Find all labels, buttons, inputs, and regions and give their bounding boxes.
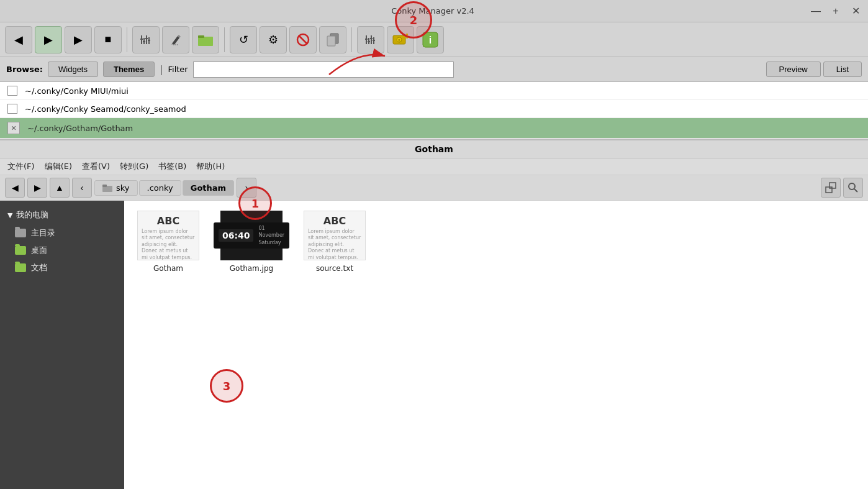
folder-icon <box>15 263 26 272</box>
separator-3 <box>351 27 352 52</box>
titlebar: Conky Manager v2.4 — + ✕ <box>0 0 868 22</box>
svg-rect-6 <box>145 38 148 39</box>
widget-path-1: ~/.conky/Conky MIUI/miui <box>25 86 129 96</box>
menu-view[interactable]: 查看(V) <box>82 161 110 172</box>
svg-rect-19 <box>371 35 372 44</box>
play-button[interactable]: ▶ <box>65 26 92 53</box>
svg-rect-11 <box>198 37 213 46</box>
filter-label: Filter <box>168 65 188 74</box>
fm-prev-crumb-button[interactable]: ‹ <box>72 178 92 198</box>
sidebar-item-desktop[interactable]: 桌面 <box>0 242 124 259</box>
svg-rect-16 <box>327 36 335 46</box>
forward-button[interactable]: ▶ <box>35 26 62 53</box>
fm-forward-button[interactable]: ▶ <box>27 178 47 198</box>
widget-checkbox-2[interactable] <box>7 104 17 114</box>
file-name: Gotham.jpg <box>230 264 273 273</box>
menu-help[interactable]: 帮助(H) <box>196 161 225 172</box>
folder-icon <box>15 246 26 255</box>
folder-button[interactable] <box>192 26 219 53</box>
separator-1 <box>127 27 127 52</box>
stop2-button[interactable] <box>289 26 317 53</box>
filemanager-sidebar: ▼ 我的电脑 主目录 桌面 文档 <box>0 201 124 489</box>
widget-checkbox-1[interactable] <box>7 86 17 96</box>
stop-button[interactable]: ■ <box>94 26 122 53</box>
widget-active-icon: ✕ <box>7 122 20 134</box>
sidebar-item-label: 桌面 <box>31 245 47 256</box>
browse-bar: Browse: Widgets Themes | Filter Preview … <box>0 57 868 82</box>
list-button[interactable]: List <box>823 62 862 77</box>
menu-edit[interactable]: 编辑(E) <box>45 161 72 172</box>
file-thumbnail: ABC Lorem ipsum dolor sit amet, consecte… <box>137 211 199 260</box>
menu-goto[interactable]: 转到(G) <box>120 161 148 172</box>
fm-search-button[interactable] <box>843 178 863 198</box>
svg-rect-28 <box>406 34 408 35</box>
thumb-title: ABC <box>323 215 346 227</box>
sidebar-item-label: 主目录 <box>31 227 55 239</box>
fm-up-button[interactable]: ▲ <box>50 178 70 198</box>
settings-button[interactable]: ⚙ <box>260 26 287 53</box>
svg-text:i: i <box>429 35 432 45</box>
breadcrumb-gotham[interactable]: Gotham <box>183 180 234 196</box>
menu-bookmarks[interactable]: 书签(B) <box>158 161 186 172</box>
pen-button[interactable] <box>162 26 189 53</box>
folder-icon <box>15 229 26 237</box>
svg-text:$: $ <box>398 39 400 43</box>
filemanager-title: Gotham <box>0 140 868 158</box>
equalizer-button[interactable] <box>132 26 160 53</box>
svg-line-37 <box>854 189 857 192</box>
list-item[interactable]: 06:40 01 November Saturday Gotham.jpg <box>217 211 286 273</box>
info-button[interactable]: i <box>417 26 444 53</box>
maximize-button[interactable]: + <box>830 5 842 17</box>
svg-point-36 <box>849 183 855 190</box>
list-item[interactable]: ABC Lorem ipsum dolor sit amet, consecte… <box>301 211 369 273</box>
copy-button[interactable] <box>319 26 346 53</box>
filemanager-menubar: 文件(F) 编辑(E) 查看(V) 转到(G) 书签(B) 帮助(H) <box>0 158 868 175</box>
themes-button[interactable]: Themes <box>103 62 155 77</box>
sidebar-item-docs[interactable]: 文档 <box>0 259 124 276</box>
date-line2: Saturday <box>258 239 284 246</box>
list-item[interactable]: ABC Lorem ipsum dolor sit amet, consecte… <box>134 211 202 273</box>
sidebar-item-home[interactable]: 主目录 <box>0 224 124 242</box>
fm-resize-button[interactable] <box>821 178 841 198</box>
svg-rect-24 <box>373 40 375 41</box>
expand-arrow-icon: ▼ <box>7 211 12 219</box>
svg-point-8 <box>173 44 174 45</box>
svg-rect-5 <box>143 41 145 42</box>
equalizer2-button[interactable] <box>357 26 384 53</box>
table-row[interactable]: ~/.conky/Conky Seamod/conky_seamod <box>0 100 868 118</box>
minimize-button[interactable]: — <box>810 5 822 17</box>
thumb-text: Lorem ipsum dolor sit amet, consectetur … <box>142 229 195 260</box>
fm-back-button[interactable]: ◀ <box>5 178 25 198</box>
app-title: Conky Manager v2.4 <box>56 6 810 16</box>
breadcrumb-sky[interactable]: sky <box>94 180 138 196</box>
breadcrumb: sky .conky Gotham <box>94 180 234 196</box>
widgets-button[interactable]: Widgets <box>48 62 98 77</box>
sidebar-section-label: 我的电脑 <box>16 209 48 221</box>
svg-rect-29 <box>406 37 408 39</box>
fm-next-crumb-button[interactable]: › <box>237 178 256 198</box>
money-button[interactable]: $ <box>387 26 414 53</box>
svg-line-14 <box>299 35 307 44</box>
file-name: source.txt <box>316 264 353 273</box>
filter-input[interactable] <box>193 62 454 78</box>
menu-file[interactable]: 文件(F) <box>7 161 35 172</box>
widget-path-2: ~/.conky/Conky Seamod/conky_seamod <box>25 104 186 114</box>
file-thumbnail: ABC Lorem ipsum dolor sit amet, consecte… <box>304 211 366 260</box>
breadcrumb-conky[interactable]: .conky <box>139 180 181 196</box>
table-row[interactable]: ✕ ~/.conky/Gotham/Gotham <box>0 118 868 139</box>
close-button[interactable]: ✕ <box>849 5 862 17</box>
clock-display: 06:40 <box>219 229 254 242</box>
svg-rect-22 <box>368 41 370 42</box>
svg-rect-7 <box>148 40 150 41</box>
preview-button[interactable]: Preview <box>766 62 821 77</box>
back-button[interactable]: ◀ <box>5 26 32 53</box>
table-row[interactable]: ~/.conky/Conky MIUI/miui <box>0 82 868 100</box>
sidebar-section-computer[interactable]: ▼ 我的电脑 <box>0 206 124 224</box>
filemanager-content: ▼ 我的电脑 主目录 桌面 文档 <box>0 201 868 489</box>
undo-button[interactable]: ↺ <box>230 26 257 53</box>
svg-point-9 <box>175 44 176 45</box>
file-thumbnail: 06:40 01 November Saturday <box>220 211 283 260</box>
svg-rect-33 <box>102 185 107 187</box>
filemanager-files: ABC Lorem ipsum dolor sit amet, consecte… <box>124 201 868 489</box>
browse-label: Browse: <box>6 65 43 74</box>
